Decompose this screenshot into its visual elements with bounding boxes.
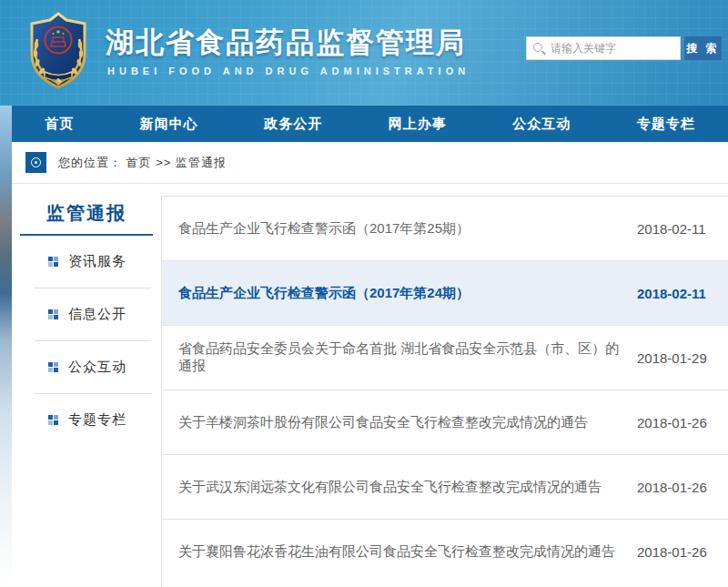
article-date: 2018-01-26 <box>637 415 728 430</box>
article-title[interactable]: 省食品药品安全委员会关于命名首批 湖北省食品安全示范县（市、区）的通报 <box>162 340 637 375</box>
article-row[interactable]: 关于武汉东润远茶文化有限公司食品安全飞行检查整改完成情况的通告 2018-01-… <box>162 455 728 520</box>
sidebar-item-information-disclosure[interactable]: 信息公开 <box>12 288 161 340</box>
article-date: 2018-01-26 <box>637 544 728 560</box>
breadcrumb: 您的位置： 首页 >> 监管通报 <box>12 142 728 184</box>
article-row[interactable]: 关于襄阳鲁花浓香花生油有限公司食品安全飞行检查整改完成情况的通告 2018-01… <box>162 520 728 584</box>
article-title[interactable]: 关于羊楼洞茶叶股份有限公司食品安全飞行检查整改完成情况的通告 <box>162 414 637 431</box>
search-button[interactable]: 搜 索 <box>684 36 722 60</box>
agency-badge-logo <box>25 12 92 90</box>
sidebar-item-special-topics[interactable]: 专题专栏 <box>12 394 161 446</box>
article-title[interactable]: 关于武汉东润远茶文化有限公司食品安全飞行检查整改完成情况的通告 <box>162 479 637 496</box>
nav-item-online-services[interactable]: 网上办事 <box>389 116 447 133</box>
article-date: 2018-01-26 <box>637 480 728 495</box>
nav-item-news[interactable]: 新闻中心 <box>140 116 198 133</box>
site-header: 湖北省食品药品监督管理局 HUBEI FOOD AND DRUG ADMINIS… <box>0 0 728 106</box>
page-container: 首页 新闻中心 政务公开 网上办事 公众互动 专题专栏 您的位置： 首页 >> … <box>12 106 728 587</box>
site-subtitle: HUBEI FOOD AND DRUG ADMINISTRATION <box>107 66 470 76</box>
article-date: 2018-02-11 <box>637 221 728 237</box>
article-date: 2018-02-11 <box>637 286 728 301</box>
article-row[interactable]: 省食品药品安全委员会关于命名首批 湖北省食品安全示范县（市、区）的通报 2018… <box>162 326 728 390</box>
grid-squares-icon <box>48 309 58 319</box>
article-title[interactable]: 关于襄阳鲁花浓香花生油有限公司食品安全飞行检查整改完成情况的通告 <box>162 543 637 561</box>
main-nav: 首页 新闻中心 政务公开 网上办事 公众互动 专题专栏 <box>12 106 728 142</box>
search-icon <box>533 43 542 52</box>
grid-squares-icon <box>48 257 58 267</box>
grid-squares-icon <box>48 362 58 372</box>
site-title: 湖北省食品药品监督管理局 <box>106 24 466 62</box>
sidebar: 监管通报 资讯服务 信息公开 公众互动 专题专栏 <box>12 196 162 587</box>
article-row[interactable]: 关于羊楼洞茶叶股份有限公司食品安全飞行检查整改完成情况的通告 2018-01-2… <box>162 390 728 455</box>
nav-item-special-topics[interactable]: 专题专栏 <box>637 116 695 133</box>
grid-squares-icon <box>48 415 58 425</box>
breadcrumb-text[interactable]: 您的位置： 首页 >> 监管通报 <box>58 155 227 171</box>
sidebar-item-info-services[interactable]: 资讯服务 <box>12 236 161 288</box>
article-title[interactable]: 食品生产企业飞行检查警示函（2017年第24期） <box>162 285 637 302</box>
article-row-highlighted[interactable]: 食品生产企业飞行检查警示函（2017年第24期） 2018-02-11 <box>162 261 728 326</box>
article-date: 2018-01-29 <box>637 350 728 366</box>
article-title[interactable]: 食品生产企业飞行检查警示函（2017年第25期） <box>162 220 637 238</box>
search-box: 搜 索 <box>526 36 722 60</box>
nav-item-home[interactable]: 首页 <box>45 116 74 133</box>
article-row[interactable]: 食品生产企业飞行检查警示函（2017年第25期） 2018-02-11 <box>162 197 728 261</box>
nav-item-public-interaction[interactable]: 公众互动 <box>512 116 571 133</box>
search-input[interactable] <box>527 37 680 59</box>
sidebar-item-public-interaction[interactable]: 公众互动 <box>12 341 161 393</box>
nav-item-gov-info[interactable]: 政务公开 <box>264 116 322 133</box>
sidebar-title: 监管通报 <box>12 201 161 226</box>
article-list: 食品生产企业飞行检查警示函（2017年第25期） 2018-02-11 食品生产… <box>162 196 728 587</box>
target-icon <box>25 152 46 173</box>
